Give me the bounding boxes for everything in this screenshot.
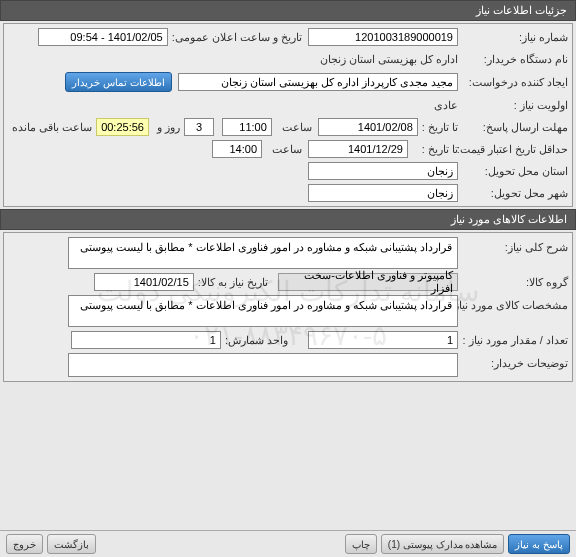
label-need-description: شرح کلی نیاز: <box>458 237 568 254</box>
label-response-deadline: مهلت ارسال پاسخ: <box>458 121 568 134</box>
panel-need-info: شماره نیاز: تاریخ و ساعت اعلان عمومی: نا… <box>3 23 573 207</box>
delivery-city-field[interactable] <box>308 184 458 202</box>
label-time-1: ساعت <box>278 121 312 134</box>
announce-datetime-field[interactable] <box>38 28 168 46</box>
label-delivery-city: شهر محل تحویل: <box>458 187 568 200</box>
label-need-date: تاریخ نیاز به کالا: <box>194 276 268 289</box>
panel-goods-info: شرح کلی نیاز: گروه کالا: کامپیوتر و فناو… <box>3 232 573 382</box>
section-header-goods-info: اطلاعات کالاهای مورد نیاز <box>0 209 576 230</box>
buyer-org-value: اداره کل بهزیستی استان زنجان <box>316 53 458 66</box>
print-button[interactable]: چاپ <box>345 534 377 554</box>
section-header-need-info: جزئیات اطلاعات نیاز <box>0 0 576 21</box>
need-description-field[interactable] <box>68 237 458 269</box>
validity-time-field[interactable] <box>212 140 262 158</box>
priority-value: عادی <box>430 99 458 112</box>
label-priority: اولویت نیاز : <box>458 99 568 112</box>
label-unit: واحد شمارش: <box>221 334 288 347</box>
respond-button[interactable]: پاسخ به نیاز <box>508 534 570 554</box>
label-goods-spec: مشخصات کالای مورد نیاز: <box>458 295 568 312</box>
goods-spec-field[interactable] <box>68 295 458 327</box>
validity-date-field[interactable] <box>308 140 408 158</box>
delivery-province-field[interactable] <box>308 162 458 180</box>
label-announce-datetime: تاریخ و ساعت اعلان عمومی: <box>168 31 302 44</box>
label-to-date-2: تا تاریخ : <box>408 143 458 156</box>
label-buyer-org: نام دستگاه خریدار: <box>458 53 568 66</box>
need-number-field[interactable] <box>308 28 458 46</box>
label-to-date-1: تا تاریخ : <box>418 121 458 134</box>
unit-field[interactable] <box>71 331 221 349</box>
quantity-field[interactable] <box>308 331 458 349</box>
label-hours-remaining: ساعت باقی مانده <box>8 121 92 134</box>
label-delivery-province: استان محل تحویل: <box>458 165 568 178</box>
need-date-field[interactable] <box>94 273 194 291</box>
deadline-time-field[interactable] <box>222 118 272 136</box>
footer-toolbar: پاسخ به نیاز مشاهده مدارک پیوستی (1) چاپ… <box>0 530 576 557</box>
label-price-validity: حداقل تاریخ اعتبار قیمت: <box>458 143 568 156</box>
countdown-timer: 00:25:56 <box>96 118 149 136</box>
creator-field[interactable] <box>178 73 458 91</box>
label-goods-group: گروه کالا: <box>458 276 568 289</box>
deadline-date-field[interactable] <box>318 118 418 136</box>
label-quantity: تعداد / مقدار مورد نیاز : <box>458 334 568 347</box>
label-creator: ایجاد کننده درخواست: <box>458 76 568 89</box>
buyer-notes-field[interactable] <box>68 353 458 377</box>
view-attachments-button[interactable]: مشاهده مدارک پیوستی (1) <box>381 534 505 554</box>
contact-buyer-button[interactable]: اطلاعات تماس خریدار <box>65 72 172 92</box>
goods-group-value: کامپیوتر و فناوری اطلاعات-سخت افزار <box>278 273 458 291</box>
exit-button[interactable]: خروج <box>6 534 43 554</box>
label-buyer-notes: توضیحات خریدار: <box>458 353 568 370</box>
label-need-number: شماره نیاز: <box>458 31 568 44</box>
back-button[interactable]: بازگشت <box>47 534 96 554</box>
label-time-2: ساعت <box>268 143 302 156</box>
days-remaining-field[interactable] <box>184 118 214 136</box>
label-days-and: روز و <box>153 121 180 134</box>
